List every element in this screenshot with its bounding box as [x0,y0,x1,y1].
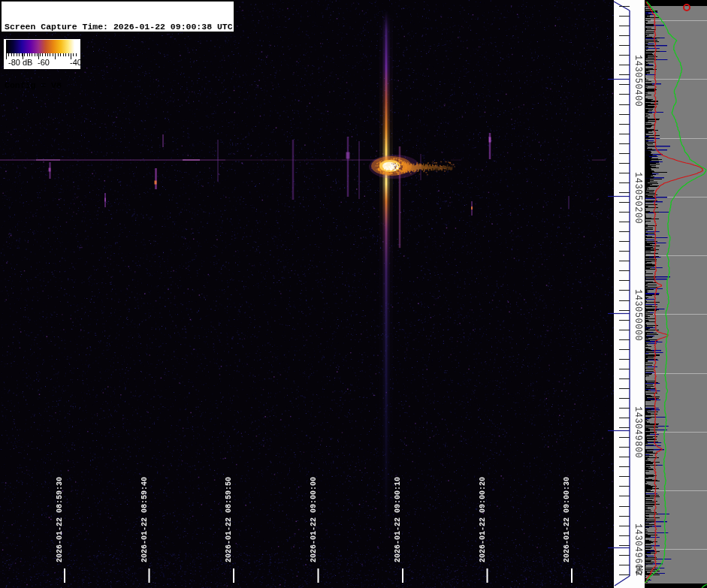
time-axis-label: 2026-01-22 09:00:10 [394,477,402,562]
config-text: Config = V8 [5,80,231,90]
time-axis-label: 2026-01-22 09:00:20 [479,477,487,562]
freq-axis-label: 143050000 [633,289,643,341]
legend-label-db-min: -80 dB [8,58,32,67]
freq-axis-label: 143050200 [633,172,643,224]
color-scale-legend: -80 dB -60 -40 [4,39,80,69]
time-axis-label: 2026-01-22 09:00:30 [563,477,571,562]
freq-axis-label: 143050400 [633,55,643,107]
time-axis-label: 2026-01-22 08:59:40 [140,477,149,562]
spectrum-panel-canvas [645,0,707,588]
legend-label-db-max: -40 [70,58,82,67]
time-axis-label: 2026-01-22 08:59:50 [225,477,233,562]
time-axis-label: 2026-01-22 08:59:30 [56,477,64,562]
freq-axis-label: 143049800 [633,406,643,458]
freq-axis-unit: Hz [633,565,644,576]
capture-time-text: Screen Capture Time: 2026-01-22 09:00:38… [5,22,231,32]
time-axis-label: 2026-01-22 09:00:00 [310,477,318,562]
legend-label-db-mid: -60 [38,58,50,67]
spectrogram-screen: 143050400 143050200 143050000 143049800 … [0,0,707,588]
capture-info-box: Screen Capture Time: 2026-01-22 09:00:38… [1,1,234,32]
